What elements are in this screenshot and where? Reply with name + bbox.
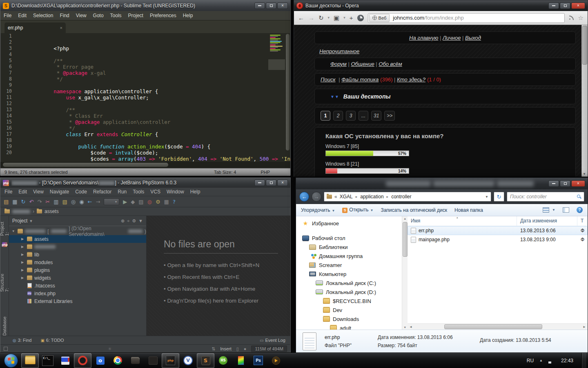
sub-link[interactable]: Поиск	[321, 76, 336, 83]
console-app[interactable]	[144, 353, 162, 368]
chrome[interactable]	[109, 353, 127, 368]
tree-item[interactable]: Рабочий стол	[296, 233, 402, 242]
palette-app[interactable]	[232, 353, 249, 368]
menu-item[interactable]: Tools	[133, 189, 144, 195]
column-type[interactable]: Т	[577, 216, 588, 226]
undo-icon[interactable]: ↶	[29, 199, 34, 204]
opera-turbo-icon[interactable]	[357, 15, 364, 21]
preview-pane-icon[interactable]	[563, 207, 569, 213]
hector-icon[interactable]: ●	[244, 346, 247, 351]
tree-item[interactable]: Локальный диск (C:)	[296, 278, 402, 287]
close-icon[interactable]: ×	[277, 2, 288, 9]
menu-item[interactable]: Refactor	[93, 189, 111, 195]
code-editor[interactable]: 1 <?php 2 3	[0, 33, 290, 162]
forward-icon[interactable]: →	[96, 199, 100, 204]
expand-arrow-icon[interactable]: ▶	[20, 245, 24, 249]
expand-arrow-icon[interactable]: ▶	[20, 276, 24, 280]
menu-item[interactable]: Goto	[93, 13, 104, 18]
refresh-icon[interactable]: ↻	[494, 192, 504, 202]
list-horizontal-scrollbar[interactable]: ◄ ►	[408, 323, 588, 330]
opera-titlebar[interactable]: Ваши десктопы - Opera ×	[294, 0, 588, 11]
search-icon[interactable]	[577, 195, 581, 199]
show-desktop-button[interactable]	[581, 353, 586, 368]
maximize-icon[interactable]	[266, 180, 276, 186]
maximize-icon[interactable]	[560, 180, 570, 187]
page-button[interactable]: ...	[359, 111, 368, 121]
command-prompt[interactable]	[39, 353, 56, 368]
expand-arrow-icon[interactable]: ▶	[20, 268, 24, 272]
tree-root-row[interactable]: ▼ [ ] (D:\Open Server\domains\ )	[9, 227, 146, 235]
hs-app[interactable]	[214, 353, 232, 368]
tree-item[interactable]: Downloads	[296, 314, 402, 323]
minimize-icon[interactable]	[254, 180, 265, 186]
tree-row[interactable]: ▶ widgets	[9, 274, 146, 282]
menu-item[interactable]: Window	[167, 189, 184, 195]
tab-close-icon[interactable]: ×	[60, 25, 62, 30]
hidden-icons-arrow[interactable]: ▲	[539, 359, 543, 362]
open-button[interactable]: SОткрыть▼	[342, 207, 373, 213]
split-icon[interactable]: ÷	[127, 218, 129, 223]
scrollbar-thumb[interactable]	[582, 26, 587, 65]
page-button[interactable]: 3	[346, 111, 356, 121]
search-box[interactable]: Поиск: controller	[507, 192, 584, 202]
help-icon[interactable]: ?	[577, 207, 583, 213]
network-icon[interactable]	[548, 358, 555, 364]
breadcrumb-item[interactable]: controller	[391, 194, 411, 200]
page-button[interactable]: >>	[384, 111, 395, 121]
menu-item[interactable]: View	[33, 189, 44, 195]
opera[interactable]	[74, 353, 91, 368]
phpstorm-titlebar[interactable]: php - [D:\Open Server\domains\] - JetBra…	[0, 178, 290, 188]
scroll-up-icon[interactable]: ▲	[403, 217, 406, 220]
insert-mode[interactable]: Insert	[220, 346, 232, 351]
address-bar[interactable]: Веб johncms.com/forum/index.php	[368, 13, 565, 23]
breadcrumb-item[interactable]: application	[360, 194, 391, 200]
opera-menu-icon[interactable]	[296, 2, 303, 9]
find-in-path-icon[interactable]: ◉	[79, 199, 84, 204]
menu-item[interactable]: Edit	[18, 189, 27, 195]
tree-item[interactable]: $RECYCLE.BIN	[296, 296, 402, 305]
lock-icon[interactable]: ▯	[236, 346, 239, 352]
tree-item[interactable]: Домашняя группа	[296, 251, 402, 260]
header-link[interactable]: На главную	[409, 35, 438, 41]
collapsed-crumbs-icon[interactable]: «	[334, 194, 337, 200]
menu-item[interactable]: Code	[75, 189, 87, 195]
gear-icon[interactable]: ⚙	[132, 218, 136, 224]
nav-link[interactable]: Общение	[351, 61, 374, 67]
tree-row[interactable]: .htaccess	[9, 282, 146, 289]
scroll-left-icon[interactable]: ◄	[409, 325, 412, 329]
reload-icon[interactable]: ↻	[318, 15, 324, 21]
aimp-app[interactable]	[267, 353, 285, 368]
tree-item[interactable]: Screamer	[296, 260, 402, 269]
close-icon[interactable]: ×	[571, 180, 585, 187]
coverage-icon[interactable]: ▨	[138, 199, 143, 204]
minimize-icon[interactable]	[548, 2, 559, 9]
expand-arrow-icon[interactable]: ▶	[20, 260, 24, 264]
event-log-button[interactable]: ▭Event Log	[260, 338, 285, 343]
vertical-scrollbar[interactable]	[285, 33, 290, 162]
menu-item[interactable]: Edit	[18, 13, 27, 18]
tool-tab-structure[interactable]: 7: Structure	[0, 269, 9, 292]
minimize-icon[interactable]	[548, 180, 559, 187]
header-link[interactable]: Личное	[443, 35, 461, 41]
menu-item[interactable]: VCS	[150, 189, 160, 195]
change-view-button[interactable]: ▼	[543, 207, 555, 213]
menu-item[interactable]: Run	[118, 189, 127, 195]
minimize-icon[interactable]	[254, 2, 265, 9]
tree-scrollbar[interactable]: ▲ ▼	[402, 216, 408, 330]
save-icon[interactable]: ▦	[12, 199, 17, 204]
menu-item[interactable]: Help	[190, 189, 200, 195]
v-ring-app[interactable]	[179, 353, 197, 368]
maximize-icon[interactable]	[266, 2, 276, 9]
back-icon[interactable]: ←	[88, 199, 92, 204]
floppy-save[interactable]	[56, 353, 74, 368]
explorer[interactable]	[21, 353, 39, 368]
menu-item[interactable]: File	[4, 189, 12, 195]
images-icon[interactable]: ▣	[334, 15, 339, 21]
nav-link[interactable]: Обо всём	[379, 61, 402, 67]
minimap[interactable]	[270, 35, 284, 96]
forward-icon[interactable]: →	[312, 192, 321, 202]
explorer-titlebar[interactable]: ×	[296, 178, 588, 189]
sublime-text[interactable]	[197, 353, 214, 368]
sub-link[interactable]: Файлы топика	[341, 76, 379, 83]
double-down-arrow-icon[interactable]: ▼▼	[330, 94, 339, 99]
